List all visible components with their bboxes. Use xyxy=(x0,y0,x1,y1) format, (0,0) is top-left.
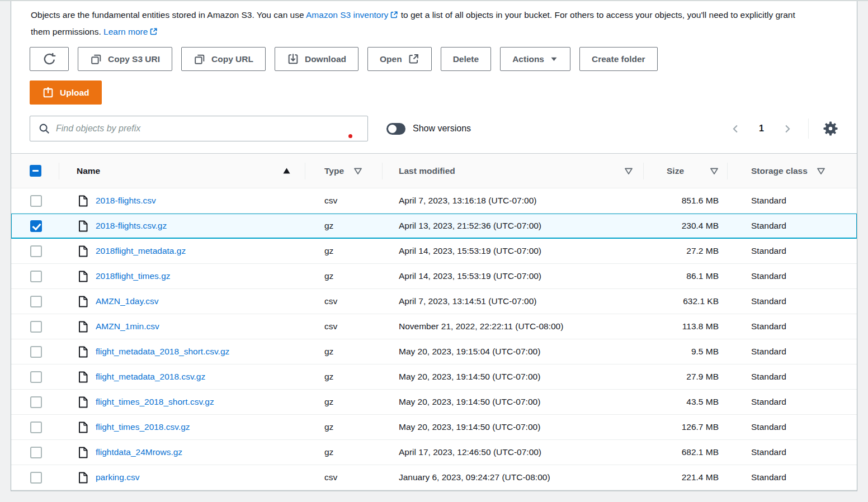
previous-page-button[interactable] xyxy=(728,121,743,136)
object-actions-toolbar: Copy S3 URI Copy URL Download Open Delet… xyxy=(30,47,857,71)
page-number[interactable]: 1 xyxy=(759,124,764,134)
cell-size: 86.1 MB xyxy=(643,264,727,288)
table-row: flight_times_2018_short.csv.gz gz May 20… xyxy=(11,390,857,415)
table-row: flight_metadata_2018_short.csv.gz gz May… xyxy=(11,339,857,364)
cell-type: gz xyxy=(305,390,382,414)
delete-button[interactable]: Delete xyxy=(441,47,492,71)
column-header-size[interactable]: Size xyxy=(643,154,727,188)
search-box xyxy=(30,116,368,141)
row-checkbox[interactable] xyxy=(30,422,42,433)
row-checkbox[interactable] xyxy=(30,195,42,207)
find-objects-input[interactable] xyxy=(56,124,361,134)
cursor-dot xyxy=(348,134,352,138)
row-checkbox[interactable] xyxy=(30,271,42,282)
row-checkbox[interactable] xyxy=(30,220,42,232)
cell-size: 230.4 MB xyxy=(643,214,727,238)
amazon-s3-inventory-link[interactable]: Amazon S3 inventory xyxy=(306,10,398,20)
cell-type: gz xyxy=(305,239,382,263)
download-button[interactable]: Download xyxy=(275,47,358,71)
column-header-type[interactable]: Type xyxy=(305,154,382,188)
table-row: 2018flight_times.gz gz April 14, 2023, 1… xyxy=(11,264,857,289)
divider xyxy=(808,119,809,139)
refresh-button[interactable] xyxy=(30,47,69,71)
external-link-icon xyxy=(390,11,398,19)
show-versions-label: Show versions xyxy=(413,124,471,134)
object-name-link[interactable]: flight_times_2018.csv.gz xyxy=(96,422,190,432)
pagination: 1 xyxy=(728,119,840,139)
row-checkbox[interactable] xyxy=(30,245,42,257)
cell-last-modified: May 20, 2023, 19:14:50 (UTC-07:00) xyxy=(382,390,643,414)
cell-last-modified: April 13, 2023, 21:52:36 (UTC-07:00) xyxy=(382,214,643,238)
create-folder-button[interactable]: Create folder xyxy=(579,47,658,71)
file-icon xyxy=(78,245,88,257)
cell-last-modified: January 6, 2023, 09:24:27 (UTC-08:00) xyxy=(382,465,643,490)
show-versions-toggle[interactable] xyxy=(386,123,405,135)
object-name-link[interactable]: AMZN_1min.csv xyxy=(96,321,159,331)
cell-last-modified: May 20, 2023, 19:15:04 (UTC-07:00) xyxy=(382,339,643,364)
cell-storage-class: Standard xyxy=(727,364,857,389)
cell-type: gz xyxy=(305,415,382,439)
copy-s3-uri-button[interactable]: Copy S3 URI xyxy=(78,47,172,71)
external-link-icon xyxy=(408,53,419,65)
objects-table: Name Type Last modified Size Storage cla… xyxy=(11,153,857,490)
cell-storage-class: Standard xyxy=(727,339,857,364)
preferences-button[interactable] xyxy=(821,119,840,138)
object-name-link[interactable]: parking.csv xyxy=(96,472,139,482)
actions-dropdown-button[interactable]: Actions xyxy=(500,47,570,71)
description-text: Objects are the fundamental entities sto… xyxy=(31,10,306,20)
cell-type: csv xyxy=(305,289,382,314)
cell-type: gz xyxy=(305,440,382,465)
open-button[interactable]: Open xyxy=(367,47,432,71)
cell-last-modified: May 20, 2023, 19:14:50 (UTC-07:00) xyxy=(382,415,643,439)
learn-more-link[interactable]: Learn more xyxy=(103,27,158,36)
cell-storage-class: Standard xyxy=(727,264,857,288)
file-icon xyxy=(78,346,88,358)
row-checkbox[interactable] xyxy=(30,296,42,307)
object-name-link[interactable]: flightdata_24Mrows.gz xyxy=(96,447,182,457)
object-name-link[interactable]: 2018-flights.csv xyxy=(96,196,156,206)
cell-storage-class: Standard xyxy=(727,465,857,490)
table-row: flight_times_2018.csv.gz gz May 20, 2023… xyxy=(11,415,857,440)
cell-type: csv xyxy=(305,188,382,213)
cell-last-modified: April 14, 2023, 15:53:19 (UTC-07:00) xyxy=(382,264,643,288)
object-name-link[interactable]: 2018flight_times.gz xyxy=(96,271,171,281)
cell-storage-class: Standard xyxy=(727,214,857,238)
table-row: 2018-flights.csv csv April 7, 2023, 13:1… xyxy=(11,188,857,214)
file-icon xyxy=(78,220,88,232)
object-name-link[interactable]: 2018flight_metadata.gz xyxy=(96,246,186,256)
row-checkbox[interactable] xyxy=(30,321,42,333)
column-header-name[interactable]: Name xyxy=(59,154,305,188)
table-row: flight_metadata_2018.csv.gz gz May 20, 2… xyxy=(11,364,857,390)
row-checkbox[interactable] xyxy=(30,371,42,383)
row-checkbox[interactable] xyxy=(30,396,42,408)
next-page-button[interactable] xyxy=(780,121,795,136)
object-name-link[interactable]: flight_times_2018_short.csv.gz xyxy=(96,397,214,407)
upload-button[interactable]: Upload xyxy=(30,80,102,105)
sortable-icon xyxy=(353,167,362,175)
download-icon xyxy=(287,53,299,65)
file-icon xyxy=(78,447,88,458)
object-name-link[interactable]: flight_metadata_2018_short.csv.gz xyxy=(96,347,229,357)
cell-last-modified: May 20, 2023, 19:14:50 (UTC-07:00) xyxy=(382,364,643,389)
object-name-link[interactable]: 2018-flights.csv.gz xyxy=(96,221,167,231)
caret-down-icon xyxy=(550,55,558,63)
row-checkbox[interactable] xyxy=(30,346,42,358)
column-header-storage-class[interactable]: Storage class xyxy=(727,154,857,188)
select-all-checkbox[interactable] xyxy=(30,165,41,177)
object-name-link[interactable]: AMZN_1day.csv xyxy=(96,296,159,306)
upload-icon xyxy=(42,87,54,99)
object-name-link[interactable]: flight_metadata_2018.csv.gz xyxy=(96,372,205,382)
cell-storage-class: Standard xyxy=(727,239,857,263)
column-header-last-modified[interactable]: Last modified xyxy=(382,154,643,188)
chevron-right-icon xyxy=(782,124,792,134)
file-icon xyxy=(78,472,88,484)
copy-url-button[interactable]: Copy URL xyxy=(181,47,266,71)
cell-storage-class: Standard xyxy=(727,188,857,213)
row-checkbox[interactable] xyxy=(30,447,42,458)
cell-storage-class: Standard xyxy=(727,289,857,314)
row-checkbox[interactable] xyxy=(30,472,42,484)
copy-icon xyxy=(90,53,102,65)
cell-last-modified: November 21, 2022, 22:22:11 (UTC-08:00) xyxy=(382,314,643,339)
cell-type: csv xyxy=(305,465,382,490)
objects-description: Objects are the fundamental entities sto… xyxy=(30,7,813,40)
